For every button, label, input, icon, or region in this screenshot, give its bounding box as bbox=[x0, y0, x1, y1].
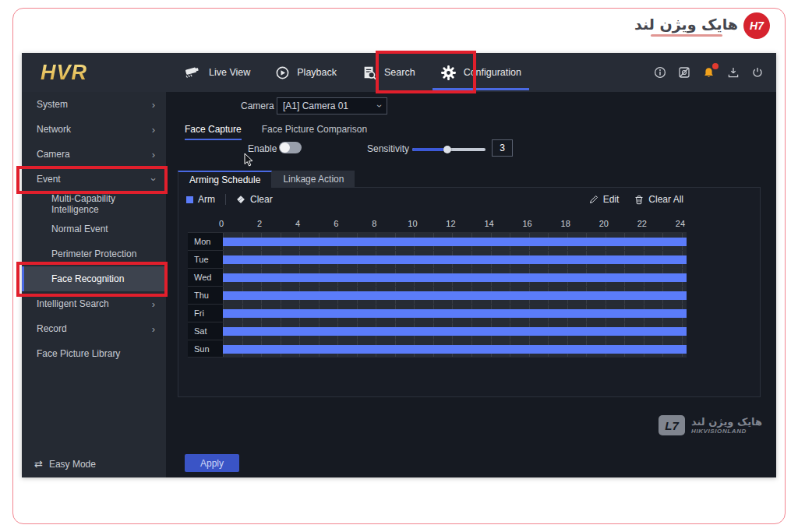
sidebar-item-face-recognition[interactable]: Face Recognition bbox=[22, 266, 166, 291]
eraser-icon bbox=[236, 195, 245, 204]
tab-face-picture-comparison[interactable]: Face Picture Comparison bbox=[262, 124, 367, 140]
day-label: Sun bbox=[188, 340, 223, 357]
toggle-knob bbox=[280, 143, 290, 153]
hour-tick: 6 bbox=[330, 219, 342, 228]
armed-bar[interactable] bbox=[223, 273, 687, 282]
sidebar-item-label: Normal Event bbox=[51, 224, 108, 234]
nav-playback[interactable]: Playback bbox=[263, 53, 349, 92]
chevron-down-icon: › bbox=[148, 178, 158, 181]
sidebar: System › Network › Camera › Event › Mult… bbox=[22, 92, 166, 477]
nav-configuration[interactable]: Configuration bbox=[428, 53, 534, 92]
hour-tick: 8 bbox=[368, 219, 380, 228]
day-label: Thu bbox=[188, 287, 223, 304]
schedule-track[interactable] bbox=[223, 340, 687, 357]
slider-handle[interactable] bbox=[443, 146, 451, 153]
watermark: L7 هایک ویژن لند HIKVISIONLAND bbox=[659, 415, 762, 435]
brand-logo-icon: H7 bbox=[743, 12, 770, 39]
search-doc-icon bbox=[362, 65, 377, 80]
schedule-track[interactable] bbox=[223, 269, 687, 286]
camera-select[interactable]: [A1] Camera 01 › bbox=[277, 97, 387, 115]
watermark-name: HIKVISIONLAND bbox=[691, 428, 747, 435]
schedule-track[interactable] bbox=[223, 322, 687, 340]
hour-tick: 24 bbox=[674, 219, 687, 228]
info-icon[interactable] bbox=[654, 66, 666, 79]
hour-tick: 0 bbox=[215, 219, 228, 228]
armed-bar[interactable] bbox=[223, 291, 687, 300]
schedule-grid: Mon Tue Wed Thu bbox=[188, 232, 687, 358]
sidebar-item-system[interactable]: System › bbox=[22, 92, 166, 117]
brand-header: هایک ویژن لند H7 bbox=[634, 12, 770, 39]
armed-bar[interactable] bbox=[223, 238, 687, 246]
nav-label: Configuration bbox=[464, 67, 521, 78]
sidebar-item-label: Face Picture Library bbox=[37, 348, 120, 359]
schedule-track[interactable] bbox=[223, 251, 687, 268]
hour-tick: 12 bbox=[444, 219, 457, 228]
hour-tick: 4 bbox=[291, 219, 304, 228]
sidebar-item-face-picture-library[interactable]: Face Picture Library bbox=[22, 341, 166, 366]
sidebar-item-perimeter-protection[interactable]: Perimeter Protection bbox=[22, 241, 166, 266]
sidebar-item-event[interactable]: Event › bbox=[22, 167, 166, 192]
power-icon[interactable] bbox=[751, 66, 764, 79]
hour-tick: 18 bbox=[560, 219, 572, 228]
screen-off-icon[interactable] bbox=[678, 66, 690, 79]
schedule-row-fri: Fri bbox=[188, 304, 687, 322]
sidebar-item-label: Event bbox=[37, 174, 61, 185]
hour-tick: 10 bbox=[406, 219, 418, 228]
sidebar-item-label: Intelligent Search bbox=[37, 298, 109, 309]
hvr-logo: HVR bbox=[41, 61, 126, 85]
alarm-badge bbox=[712, 63, 719, 69]
arm-tool[interactable]: Arm bbox=[186, 194, 215, 205]
edit-button[interactable]: Edit bbox=[589, 194, 620, 205]
sidebar-item-record[interactable]: Record › bbox=[22, 316, 166, 341]
page: هایک ویژن لند H7 HVR bbox=[0, 0, 798, 532]
sidebar-item-normal-event[interactable]: Normal Event bbox=[22, 217, 166, 241]
sidebar-item-network[interactable]: Network › bbox=[22, 117, 166, 142]
nav-label: Live View bbox=[209, 67, 250, 78]
main-content: Camera [A1] Camera 01 › Face Capture Fac… bbox=[166, 92, 776, 477]
download-icon[interactable] bbox=[727, 66, 740, 79]
sidebar-item-label: Perimeter Protection bbox=[51, 248, 136, 259]
clear-tool[interactable]: Clear bbox=[236, 194, 273, 205]
chevron-right-icon: › bbox=[152, 324, 155, 334]
chevron-right-icon: › bbox=[152, 100, 155, 110]
chevron-right-icon: › bbox=[152, 299, 155, 309]
easy-mode-label: Easy Mode bbox=[49, 459, 96, 470]
face-tabs: Face Capture Face Picture Comparison bbox=[185, 124, 367, 140]
sidebar-item-label: System bbox=[37, 99, 68, 110]
watermark-wordmark: هایک ویژن لند bbox=[691, 416, 762, 428]
sidebar-item-label: Record bbox=[37, 323, 67, 334]
armed-bar[interactable] bbox=[223, 255, 687, 264]
top-nav-bar: HVR Live View bbox=[22, 53, 776, 92]
clear-all-button[interactable]: Clear All bbox=[634, 194, 683, 205]
tab-linkage-action[interactable]: Linkage Action bbox=[272, 171, 355, 187]
tab-arming-schedule[interactable]: Arming Schedule bbox=[178, 171, 272, 188]
armed-bar[interactable] bbox=[223, 309, 687, 318]
nav-live-view[interactable]: Live View bbox=[171, 53, 263, 92]
armed-bar[interactable] bbox=[223, 327, 687, 336]
sensitivity-value-box[interactable]: 3 bbox=[492, 139, 513, 157]
schedule-track[interactable] bbox=[223, 305, 687, 322]
nav-search[interactable]: Search bbox=[349, 53, 428, 92]
enable-toggle[interactable] bbox=[279, 142, 302, 153]
playback-icon bbox=[275, 65, 290, 80]
chevron-right-icon: › bbox=[152, 150, 155, 160]
schedule-row-mon: Mon bbox=[188, 232, 687, 250]
apply-button[interactable]: Apply bbox=[185, 454, 239, 472]
chevron-right-icon: › bbox=[152, 125, 155, 135]
armed-bar[interactable] bbox=[223, 345, 687, 354]
easy-mode-toggle[interactable]: ⇄ Easy Mode bbox=[34, 458, 96, 470]
schedule-track[interactable] bbox=[223, 287, 687, 304]
hvr-app-window: HVR Live View bbox=[22, 53, 776, 477]
sensitivity-slider[interactable] bbox=[412, 148, 486, 151]
cctv-camera-icon bbox=[184, 65, 202, 80]
sidebar-item-intelligent-search[interactable]: Intelligent Search › bbox=[22, 291, 166, 316]
day-label: Sat bbox=[188, 322, 223, 340]
alarm-bell-icon[interactable] bbox=[702, 66, 715, 79]
sidebar-item-camera[interactable]: Camera › bbox=[22, 142, 166, 167]
schedule-row-sun: Sun bbox=[188, 340, 687, 358]
schedule-track[interactable] bbox=[223, 233, 687, 250]
sidebar-item-multi-capability-intelligence[interactable]: Multi-Capability Intelligence bbox=[22, 192, 166, 217]
tab-face-capture[interactable]: Face Capture bbox=[185, 124, 242, 140]
hour-tick: 20 bbox=[598, 219, 610, 228]
schedule-row-tue: Tue bbox=[188, 250, 687, 268]
